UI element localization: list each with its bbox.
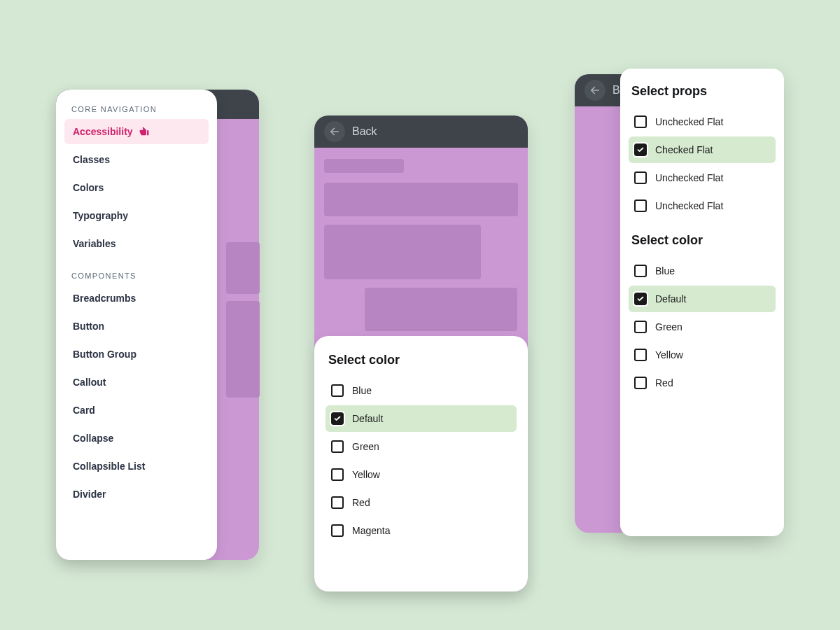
content-placeholder bbox=[365, 288, 517, 331]
sidebar-item-callout[interactable]: Callout bbox=[64, 370, 209, 395]
option-label: Red bbox=[655, 377, 673, 388]
option-label: Yellow bbox=[352, 469, 380, 480]
thumbs-down-icon bbox=[139, 127, 150, 136]
sidebar-item-typography[interactable]: Typography bbox=[64, 203, 209, 228]
nav-label: Button Group bbox=[73, 349, 136, 360]
back-label: B bbox=[612, 84, 620, 97]
option-magenta[interactable]: Magenta bbox=[326, 517, 517, 544]
sidebar-item-collapse[interactable]: Collapse bbox=[64, 426, 209, 451]
option-default[interactable]: Default bbox=[629, 286, 776, 312]
checkbox-icon bbox=[634, 144, 647, 156]
mobile-panel-select-color: Back Select color Blue Default Green Yel… bbox=[314, 115, 528, 592]
content-placeholder bbox=[324, 183, 518, 216]
checkbox-icon bbox=[634, 115, 647, 128]
arrow-left-icon bbox=[328, 125, 341, 138]
option-green[interactable]: Green bbox=[326, 433, 517, 460]
option-label: Default bbox=[352, 413, 383, 424]
sidebar-item-card[interactable]: Card bbox=[64, 398, 209, 423]
option-label: Unchecked Flat bbox=[655, 200, 723, 211]
checkbox-icon bbox=[331, 496, 344, 509]
checkbox-icon bbox=[331, 524, 344, 537]
sidebar-section-title: COMPONENTS bbox=[64, 272, 209, 280]
option-label: Unchecked Flat bbox=[655, 116, 723, 127]
option-checked-flat[interactable]: Checked Flat bbox=[629, 136, 776, 163]
back-button[interactable] bbox=[324, 121, 345, 142]
nav-label: Typography bbox=[73, 210, 128, 221]
nav-label: Classes bbox=[73, 154, 110, 165]
nav-label: Accessibility bbox=[73, 126, 133, 137]
checkbox-icon bbox=[331, 440, 344, 453]
checkbox-icon bbox=[634, 377, 647, 389]
sidebar: CORE NAVIGATION Accessibility Classes Co… bbox=[56, 90, 217, 560]
nav-label: Variables bbox=[73, 238, 116, 249]
checkbox-icon bbox=[634, 293, 647, 305]
option-unchecked-flat[interactable]: Unchecked Flat bbox=[629, 108, 776, 135]
option-red[interactable]: Red bbox=[629, 370, 776, 396]
bottom-sheet-select-color: Select color Blue Default Green Yellow R… bbox=[314, 336, 528, 592]
back-button[interactable] bbox=[584, 80, 606, 101]
option-blue[interactable]: Blue bbox=[326, 377, 517, 404]
option-label: Red bbox=[352, 497, 370, 508]
nav-label: Breadcrumbs bbox=[73, 293, 136, 304]
nav-label: Collapsible List bbox=[73, 461, 145, 472]
option-label: Unchecked Flat bbox=[655, 172, 723, 183]
checkbox-icon bbox=[331, 384, 344, 397]
sidebar-item-button-group[interactable]: Button Group bbox=[64, 342, 209, 367]
sidebar-item-button[interactable]: Button bbox=[64, 314, 209, 339]
back-label: Back bbox=[352, 125, 377, 138]
sidebar-item-breadcrumbs[interactable]: Breadcrumbs bbox=[64, 286, 209, 311]
sidebar-item-collapsible-list[interactable]: Collapsible List bbox=[64, 454, 209, 479]
checkbox-icon bbox=[634, 200, 647, 212]
option-yellow[interactable]: Yellow bbox=[326, 461, 517, 488]
nav-label: Callout bbox=[73, 377, 106, 388]
checkbox-icon bbox=[634, 265, 647, 277]
option-label: Yellow bbox=[655, 349, 683, 360]
checkbox-icon bbox=[331, 412, 344, 425]
sheet-title: Select color bbox=[629, 233, 776, 248]
side-sheet-configurator: Select props Unchecked Flat Checked Flat… bbox=[620, 69, 784, 536]
option-label: Blue bbox=[655, 265, 675, 276]
sidebar-item-divider[interactable]: Divider bbox=[64, 482, 209, 507]
nav-label: Colors bbox=[73, 182, 104, 193]
nav-label: Button bbox=[73, 321, 104, 332]
checkbox-icon bbox=[634, 172, 647, 184]
sidebar-item-variables[interactable]: Variables bbox=[64, 231, 209, 256]
sheet-title: Select props bbox=[629, 84, 776, 99]
option-yellow[interactable]: Yellow bbox=[629, 342, 776, 368]
option-label: Blue bbox=[352, 385, 372, 396]
option-blue[interactable]: Blue bbox=[629, 258, 776, 284]
option-green[interactable]: Green bbox=[629, 314, 776, 340]
option-label: Green bbox=[352, 441, 379, 452]
checkbox-icon bbox=[331, 468, 344, 481]
option-unchecked-flat[interactable]: Unchecked Flat bbox=[629, 164, 776, 191]
checkbox-icon bbox=[634, 349, 647, 361]
content-placeholder bbox=[226, 301, 260, 398]
content-placeholder bbox=[324, 225, 481, 279]
option-label: Checked Flat bbox=[655, 144, 713, 155]
sheet-title: Select color bbox=[326, 353, 517, 368]
nav-label: Divider bbox=[73, 489, 106, 500]
titlebar: Back bbox=[314, 115, 528, 148]
option-default[interactable]: Default bbox=[326, 405, 517, 432]
checkbox-icon bbox=[634, 321, 647, 333]
option-label: Magenta bbox=[352, 525, 390, 536]
content-placeholder bbox=[226, 242, 260, 294]
sidebar-item-colors[interactable]: Colors bbox=[64, 175, 209, 200]
option-red[interactable]: Red bbox=[326, 489, 517, 516]
option-label: Default bbox=[655, 293, 686, 304]
option-label: Green bbox=[655, 321, 682, 332]
content-placeholder bbox=[324, 159, 404, 173]
nav-label: Card bbox=[73, 405, 95, 416]
option-unchecked-flat[interactable]: Unchecked Flat bbox=[629, 192, 776, 219]
sidebar-item-classes[interactable]: Classes bbox=[64, 147, 209, 172]
sidebar-section-title: CORE NAVIGATION bbox=[64, 105, 209, 113]
arrow-left-icon bbox=[589, 84, 601, 97]
nav-label: Collapse bbox=[73, 433, 113, 444]
mobile-panel-navigation: CORE NAVIGATION Accessibility Classes Co… bbox=[56, 90, 259, 560]
sidebar-item-accessibility[interactable]: Accessibility bbox=[64, 119, 209, 144]
